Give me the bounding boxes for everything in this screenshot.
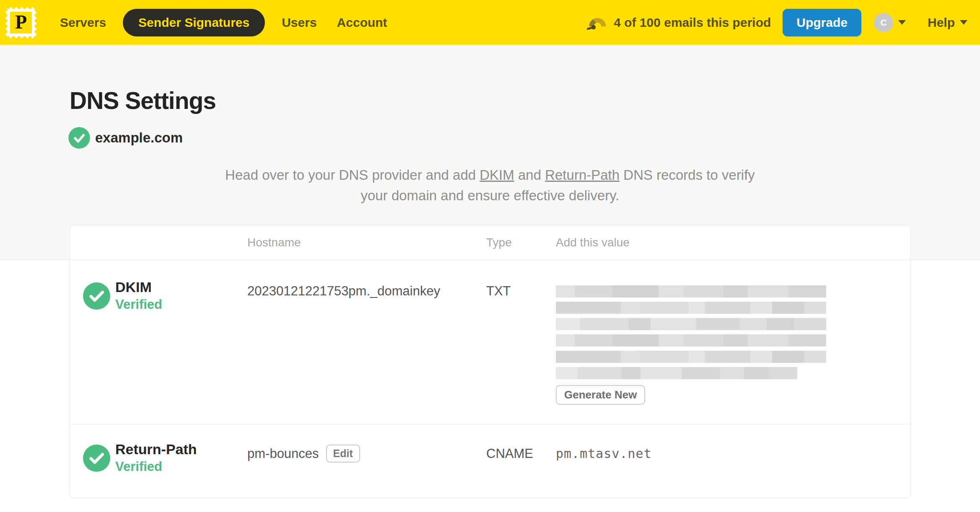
help-menu[interactable]: Help	[928, 16, 967, 30]
edit-button[interactable]: Edit	[326, 445, 360, 463]
dkim-hostname-cell: 20230121221753pm._domainkey	[247, 284, 440, 299]
record-status-badge: Verified	[115, 459, 197, 474]
upgrade-button[interactable]: Upgrade	[783, 9, 861, 36]
return-path-link[interactable]: Return-Path	[545, 167, 620, 183]
generate-new-button[interactable]: Generate New	[556, 385, 645, 405]
record-name-block: Return-Path Verified	[115, 441, 197, 474]
avatar[interactable]: C	[874, 13, 893, 32]
column-header-hostname: Hostname	[247, 225, 301, 260]
intro-description: Head over to your DNS provider and add D…	[224, 165, 756, 206]
column-header-type: Type	[486, 225, 512, 260]
chevron-down-icon	[960, 20, 967, 25]
column-header-add-this-value: Add this value	[556, 225, 630, 260]
dkim-value-redacted	[556, 285, 826, 379]
intro-part1: Head over to your DNS provider and add	[225, 167, 480, 183]
intro-part2: and	[514, 167, 545, 183]
verified-check-icon	[83, 282, 110, 310]
main-nav: Servers Sender Signatures Users Account	[60, 0, 397, 45]
verified-domain-row: example.com	[68, 127, 183, 149]
record-name: Return-Path	[115, 441, 197, 458]
dkim-type-cell: TXT	[486, 284, 511, 299]
return-path-hostname: pm-bounces	[247, 446, 319, 461]
chevron-down-icon	[898, 20, 906, 25]
dns-records-card: Hostname Type Add this value DKIM Verifi…	[70, 225, 911, 498]
nav-item-servers[interactable]: Servers	[60, 16, 116, 30]
page-title: DNS Settings	[70, 87, 216, 114]
table-row-return-path: Return-Path Verified pm-bounces Edit CNA…	[70, 424, 910, 498]
account-menu[interactable]: C	[874, 13, 906, 32]
postmark-logo-letter: P	[10, 12, 32, 34]
record-name: DKIM	[115, 279, 162, 295]
nav-item-users[interactable]: Users	[272, 16, 327, 30]
table-header-row: Hostname Type Add this value	[70, 225, 910, 260]
nav-item-account[interactable]: Account	[327, 16, 397, 30]
verified-check-icon	[83, 445, 110, 472]
verified-seal-icon	[68, 127, 90, 149]
postmark-logo[interactable]: P	[5, 7, 36, 38]
record-name-block: DKIM Verified	[115, 279, 162, 312]
dkim-value-cell: Generate New	[556, 285, 826, 405]
top-navigation-bar: P Servers Sender Signatures Users Accoun…	[0, 0, 980, 45]
table-row-dkim: DKIM Verified 20230121221753pm._domainke…	[70, 260, 910, 424]
record-status-badge: Verified	[115, 297, 162, 312]
return-path-type-cell: CNAME	[486, 446, 533, 461]
nav-item-sender-signatures[interactable]: Sender Signatures	[123, 9, 265, 36]
return-path-hostname-cell: pm-bounces Edit	[247, 445, 360, 463]
return-path-value-cell: pm.mtasv.net	[556, 446, 652, 461]
topbar-right-group: 4 of 100 emails this period Upgrade C He…	[587, 9, 967, 36]
usage-gauge-icon	[587, 13, 608, 32]
help-menu-label: Help	[928, 16, 955, 30]
usage-status-text: 4 of 100 emails this period	[614, 16, 771, 30]
domain-name: example.com	[95, 130, 183, 146]
dkim-link[interactable]: DKIM	[480, 167, 514, 183]
